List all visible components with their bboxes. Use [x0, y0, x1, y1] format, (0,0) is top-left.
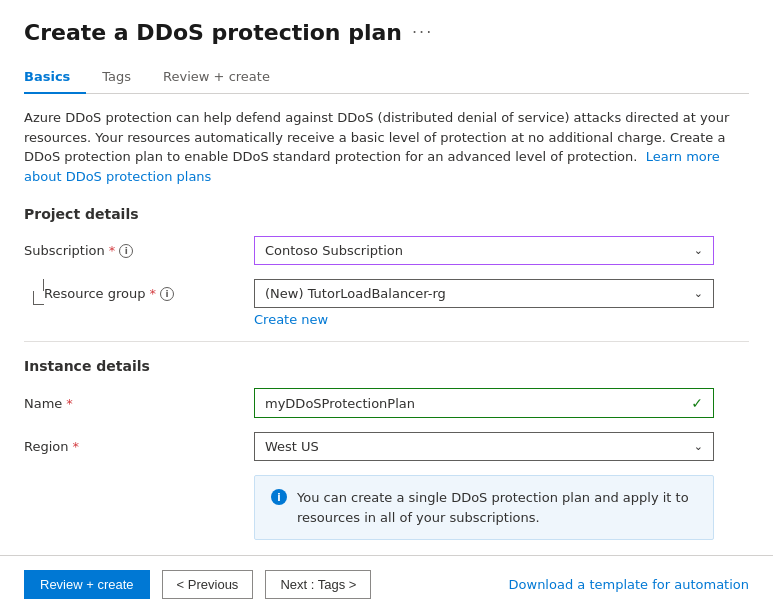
- resource-group-chevron-icon: ⌄: [694, 287, 703, 300]
- section-project-details: Project details: [24, 206, 749, 222]
- subscription-label: Subscription * i: [24, 243, 254, 258]
- footer: Review + create < Previous Next : Tags >…: [0, 555, 773, 613]
- description-text: Azure DDoS protection can help defend ag…: [24, 108, 744, 186]
- info-box: i You can create a single DDoS protectio…: [254, 475, 714, 540]
- region-row: Region * West US ⌄: [24, 432, 749, 461]
- content-area: Azure DDoS protection can help defend ag…: [24, 94, 749, 555]
- download-template-link[interactable]: Download a template for automation: [509, 577, 749, 592]
- subscription-select[interactable]: Contoso Subscription ⌄: [254, 236, 714, 265]
- tab-tags[interactable]: Tags: [86, 61, 147, 94]
- subscription-info-icon[interactable]: i: [119, 244, 133, 258]
- subscription-required: *: [109, 243, 116, 258]
- resource-group-select[interactable]: (New) TutorLoadBalancer-rg ⌄: [254, 279, 714, 308]
- name-control: myDDoSProtectionPlan ✓: [254, 388, 714, 418]
- name-check-icon: ✓: [691, 395, 703, 411]
- tab-review-create[interactable]: Review + create: [147, 61, 286, 94]
- subscription-chevron-icon: ⌄: [694, 244, 703, 257]
- resource-group-required: *: [150, 286, 157, 301]
- resource-group-control: (New) TutorLoadBalancer-rg ⌄ Create new: [254, 279, 714, 327]
- tab-basics[interactable]: Basics: [24, 61, 86, 94]
- review-create-button[interactable]: Review + create: [24, 570, 150, 599]
- resource-group-info-icon[interactable]: i: [160, 287, 174, 301]
- resource-group-label: Resource group * i: [44, 279, 254, 301]
- region-control: West US ⌄: [254, 432, 714, 461]
- region-required: *: [73, 439, 80, 454]
- name-required: *: [66, 396, 73, 411]
- info-circle-icon: i: [271, 489, 287, 505]
- next-button[interactable]: Next : Tags >: [265, 570, 371, 599]
- resource-group-row: Resource group * i (New) TutorLoadBalanc…: [24, 279, 749, 327]
- tabs-bar: Basics Tags Review + create: [24, 61, 749, 94]
- page-title: Create a DDoS protection plan: [24, 20, 402, 45]
- section-instance-details: Instance details: [24, 358, 749, 374]
- region-chevron-icon: ⌄: [694, 440, 703, 453]
- subscription-row: Subscription * i Contoso Subscription ⌄: [24, 236, 749, 265]
- name-row: Name * myDDoSProtectionPlan ✓: [24, 388, 749, 418]
- create-new-link[interactable]: Create new: [254, 312, 714, 327]
- previous-button[interactable]: < Previous: [162, 570, 254, 599]
- name-select[interactable]: myDDoSProtectionPlan ✓: [254, 388, 714, 418]
- name-label: Name *: [24, 396, 254, 411]
- region-label: Region *: [24, 439, 254, 454]
- subscription-control: Contoso Subscription ⌄: [254, 236, 714, 265]
- info-box-text: You can create a single DDoS protection …: [297, 488, 697, 527]
- section-divider: [24, 341, 749, 342]
- ellipsis-menu[interactable]: ···: [412, 23, 433, 42]
- region-select[interactable]: West US ⌄: [254, 432, 714, 461]
